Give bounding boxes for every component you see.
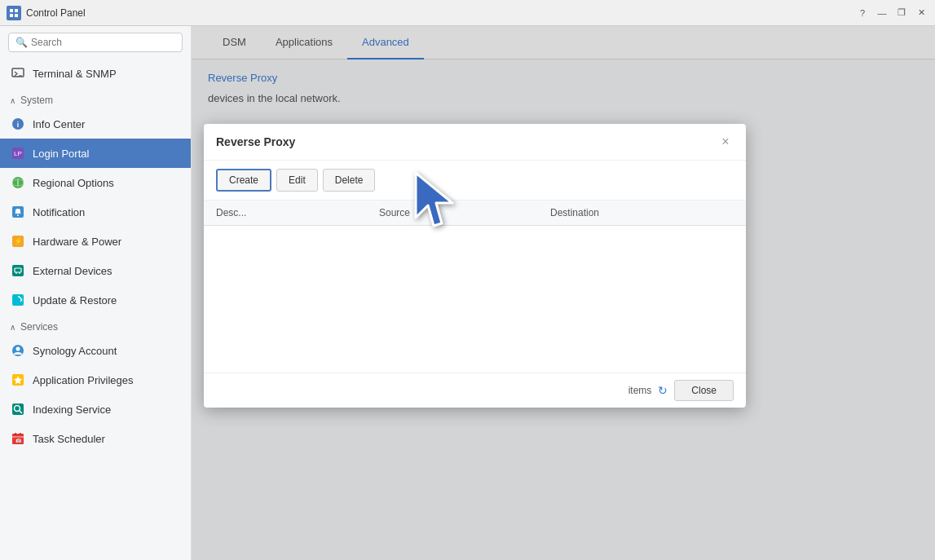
dialog-toolbar: Create Edit Delete bbox=[204, 161, 746, 201]
svg-text:LP: LP bbox=[14, 150, 22, 157]
sidebar-item-info-center[interactable]: i Info Center bbox=[0, 109, 191, 139]
svg-rect-1 bbox=[15, 9, 18, 12]
update-restore-icon bbox=[10, 292, 26, 308]
close-button[interactable]: ✕ bbox=[914, 6, 928, 20]
close-dialog-button[interactable]: Close bbox=[674, 380, 734, 401]
info-center-icon: i bbox=[10, 116, 26, 132]
notification-icon bbox=[10, 204, 26, 220]
sidebar-item-task-scheduler[interactable]: 📅 Task Scheduler bbox=[0, 424, 191, 453]
table-empty-area bbox=[204, 226, 746, 373]
services-section-label: Services bbox=[20, 321, 58, 333]
col-header-destination: Destination bbox=[550, 207, 734, 218]
svg-rect-0 bbox=[10, 9, 13, 12]
sidebar-item-external-devices[interactable]: External Devices bbox=[0, 256, 191, 285]
dialog-header: Reverse Proxy × bbox=[204, 124, 746, 161]
regional-options-label: Regional Options bbox=[33, 177, 114, 189]
svg-text:📅: 📅 bbox=[15, 437, 22, 443]
edit-button[interactable]: Edit bbox=[276, 169, 318, 192]
titlebar: Control Panel ? — ❐ ✕ bbox=[0, 0, 935, 26]
delete-button[interactable]: Delete bbox=[323, 169, 376, 192]
refresh-icon[interactable]: ↻ bbox=[658, 384, 668, 397]
sidebar-item-regional-options[interactable]: Regional Options bbox=[0, 168, 191, 197]
sidebar-item-terminal-snmp[interactable]: Terminal & SNMP bbox=[0, 59, 191, 88]
search-icon: 🔍 bbox=[15, 37, 28, 48]
col-header-source: Source bbox=[379, 207, 550, 218]
help-button[interactable]: ? bbox=[855, 6, 870, 20]
sidebar-item-update-restore[interactable]: Update & Restore bbox=[0, 285, 191, 315]
app-icon bbox=[7, 6, 21, 20]
sidebar: 🔍 Terminal & SNMP System i Info Center L… bbox=[0, 26, 192, 560]
svg-rect-16 bbox=[12, 265, 24, 276]
content-area: DSM Applications Advanced Reverse Proxy … bbox=[192, 26, 935, 560]
info-center-label: Info Center bbox=[33, 118, 85, 130]
sidebar-item-synology-account[interactable]: Synology Account bbox=[0, 336, 191, 365]
terminal-snmp-label: Terminal & SNMP bbox=[33, 68, 117, 80]
notification-label: Notification bbox=[33, 206, 85, 218]
application-privileges-icon bbox=[10, 372, 26, 388]
svg-rect-3 bbox=[15, 14, 18, 17]
synology-account-label: Synology Account bbox=[33, 345, 117, 357]
terminal-icon bbox=[10, 65, 26, 82]
hardware-power-label: Hardware & Power bbox=[33, 236, 121, 248]
update-restore-label: Update & Restore bbox=[33, 294, 117, 306]
svg-text:i: i bbox=[17, 121, 20, 129]
svg-point-13 bbox=[17, 214, 19, 216]
system-section-label: System bbox=[20, 95, 53, 106]
login-portal-icon: LP bbox=[10, 145, 26, 161]
indexing-service-label: Indexing Service bbox=[33, 403, 111, 416]
restore-button[interactable]: ❐ bbox=[894, 6, 909, 20]
sidebar-item-notification[interactable]: Notification bbox=[0, 197, 191, 227]
regional-options-icon bbox=[10, 174, 26, 191]
indexing-service-icon bbox=[10, 401, 26, 417]
login-portal-label: Login Portal bbox=[33, 148, 89, 160]
hardware-power-icon: ⚡ bbox=[10, 233, 26, 249]
task-scheduler-label: Task Scheduler bbox=[33, 433, 105, 445]
sidebar-item-login-portal[interactable]: LP Login Portal bbox=[0, 139, 191, 168]
search-input[interactable] bbox=[31, 37, 175, 48]
synology-account-icon bbox=[10, 342, 26, 359]
svg-point-20 bbox=[16, 347, 20, 351]
proxy-table: Desc... Source Destination bbox=[204, 201, 746, 373]
main-layout: 🔍 Terminal & SNMP System i Info Center L… bbox=[0, 26, 935, 560]
services-section-header[interactable]: Services bbox=[0, 315, 191, 336]
search-box[interactable]: 🔍 bbox=[8, 33, 183, 52]
task-scheduler-icon: 📅 bbox=[10, 430, 26, 447]
application-privileges-label: Application Privileges bbox=[33, 374, 134, 386]
items-count: items bbox=[628, 385, 652, 396]
create-button[interactable]: Create bbox=[216, 169, 271, 192]
dialog-footer: items ↻ Close bbox=[204, 373, 746, 408]
sidebar-item-hardware-power[interactable]: ⚡ Hardware & Power bbox=[0, 227, 191, 256]
table-header: Desc... Source Destination bbox=[204, 201, 746, 226]
window-controls: ? — ❐ ✕ bbox=[855, 6, 928, 20]
reverse-proxy-dialog: Reverse Proxy × Create Edit Delete Desc.… bbox=[204, 124, 746, 408]
col-header-description: Desc... bbox=[216, 207, 379, 218]
external-devices-label: External Devices bbox=[33, 265, 112, 277]
titlebar-left: Control Panel bbox=[7, 6, 86, 20]
svg-text:⚡: ⚡ bbox=[14, 236, 24, 246]
sidebar-item-indexing-service[interactable]: Indexing Service bbox=[0, 395, 191, 424]
svg-rect-27 bbox=[20, 433, 21, 435]
svg-rect-26 bbox=[15, 433, 16, 435]
minimize-button[interactable]: — bbox=[875, 6, 889, 20]
dialog-title: Reverse Proxy bbox=[216, 135, 295, 148]
system-section-header[interactable]: System bbox=[0, 88, 191, 109]
dialog-close-button[interactable]: × bbox=[717, 134, 734, 150]
external-devices-icon bbox=[10, 262, 26, 279]
svg-rect-2 bbox=[10, 14, 13, 17]
sidebar-item-application-privileges[interactable]: Application Privileges bbox=[0, 365, 191, 395]
window-title: Control Panel bbox=[26, 7, 86, 19]
